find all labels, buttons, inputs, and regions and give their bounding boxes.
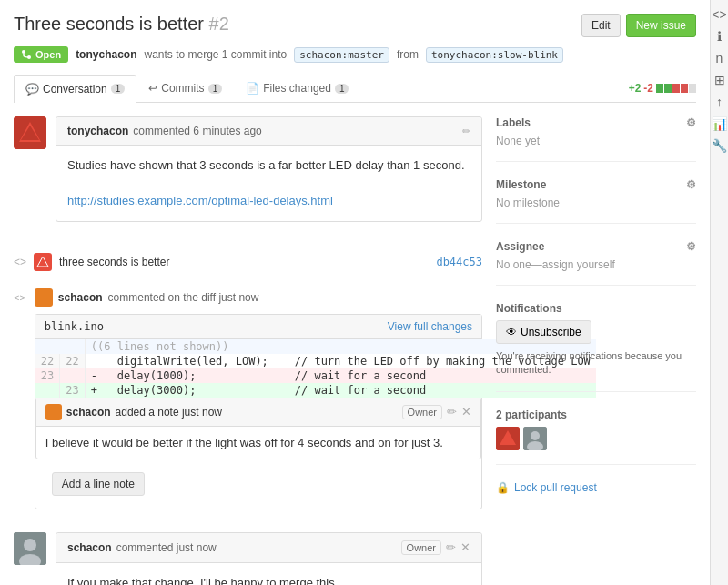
bottom-comment-body: If you make that change, I'll be happy t…: [56, 563, 481, 586]
timeline-item-diff-comment: <> schacon commented on the diff just no…: [14, 288, 482, 519]
files-count: 1: [335, 84, 349, 94]
nav-up-icon[interactable]: ↑: [716, 95, 723, 109]
diff-filename: blink.ino: [45, 320, 104, 333]
milestone-title: Milestone: [496, 178, 546, 191]
tab-commits[interactable]: ↩ Commits 1: [136, 74, 234, 102]
pr-header: Three seconds is better #2 Edit New issu…: [14, 14, 696, 37]
comment-link-1[interactable]: http://studies.example.com/optimal-led-d…: [67, 194, 333, 207]
inline-note-delete-icon[interactable]: ✕: [461, 405, 471, 419]
diff-block-green-2: [664, 84, 672, 93]
participants-title: 2 participants: [496, 408, 567, 421]
timeline-item-bottom-comment: schacon commented just now Owner ✏ ✕ If …: [14, 532, 482, 586]
assignee-gear-icon[interactable]: ⚙: [686, 240, 696, 253]
nav-person-icon[interactable]: n: [716, 51, 723, 66]
git-merge-icon: [21, 49, 32, 60]
commit-item: <> three seconds is better db44c53: [14, 249, 482, 275]
labels-value: None yet: [496, 135, 696, 147]
schacon-avatar-small: [35, 288, 53, 307]
nav-tools-icon[interactable]: 🔧: [712, 138, 727, 153]
labels-gear-icon[interactable]: ⚙: [686, 116, 696, 129]
notifications-text: You're receiving notifications because y…: [496, 349, 696, 378]
bottom-comment-delete-icon[interactable]: ✕: [460, 540, 470, 554]
inline-note-author: schacon: [66, 406, 111, 419]
diff-icon: <>: [14, 256, 26, 268]
avatar-tonychacon: [14, 116, 46, 149]
nav-code-icon[interactable]: <>: [712, 7, 726, 22]
inline-note-body: I believe it would be better if the ligh…: [36, 427, 480, 459]
comment-author-1: tonychacon: [67, 125, 128, 137]
files-icon: 📄: [246, 82, 259, 95]
add-line-note-button[interactable]: Add a line note: [52, 472, 145, 496]
from-text: from: [397, 48, 419, 61]
content-layout: tonychacon commented 6 minutes ago ✏ Stu…: [14, 116, 696, 585]
inline-note-avatar: [46, 404, 62, 420]
comment-header-1: tonychacon commented 6 minutes ago ✏: [56, 117, 481, 146]
edit-button[interactable]: Edit: [581, 14, 621, 37]
diff-block-green-1: [656, 84, 663, 93]
diff-brackets-icon: <>: [14, 288, 25, 303]
schacon-photo-avatar: [14, 532, 46, 565]
lock-icon: 🔒: [496, 481, 510, 494]
commit-author-avatar: [34, 253, 52, 271]
commits-icon: ↩: [148, 82, 157, 95]
bottom-comment-owner-badge: Owner: [401, 540, 441, 555]
unsubscribe-button[interactable]: 👁 Unsubscribe: [496, 320, 592, 344]
participants-row: [496, 427, 696, 450]
participant-avatar-schacon[interactable]: [523, 427, 547, 450]
svg-point-8: [24, 539, 36, 551]
participant-avatar-tonychacon[interactable]: [496, 427, 520, 450]
assignee-section: Assignee ⚙ No one—assign yourself: [496, 240, 696, 286]
diff-block-red-2: [681, 84, 688, 93]
comment-body-1: Studies have shown that 3 seconds is a f…: [56, 146, 481, 221]
commits-count: 1: [208, 84, 223, 94]
pr-author: tonychacon: [76, 48, 136, 61]
commit-message: three seconds is better: [59, 256, 169, 268]
nav-grid-icon[interactable]: ⊞: [714, 73, 725, 87]
comment-time-1: commented 6 minutes ago: [133, 125, 261, 137]
pr-header-actions: Edit New issue: [581, 14, 696, 37]
inline-note-action: added a note just now: [116, 406, 222, 419]
comment-header-bottom: schacon commented just now Owner ✏ ✕: [56, 533, 481, 563]
pr-sidebar: Labels ⚙ None yet Milestone ⚙ No milesto…: [496, 116, 696, 585]
labels-section: Labels ⚙ None yet: [496, 116, 696, 162]
commit-sha[interactable]: db44c53: [436, 256, 482, 268]
diff-bar: [656, 84, 696, 93]
inline-note-edit-icon[interactable]: ✏: [447, 405, 457, 419]
participants-section: 2 participants: [496, 408, 696, 465]
pr-status-badge: Open: [14, 46, 68, 63]
assignee-value[interactable]: No one—assign yourself: [496, 258, 696, 271]
tab-conversation[interactable]: 💬 Conversation 1: [14, 75, 136, 103]
notifications-section: Notifications 👁 Unsubscribe You're recei…: [496, 302, 696, 392]
right-github-nav: <> ℹ n ⊞ ↑ 📊 🔧: [710, 0, 728, 585]
lock-pr-link[interactable]: 🔒 Lock pull request: [496, 481, 696, 494]
conversation-icon: 💬: [25, 83, 39, 96]
pr-title: Three seconds is better #2: [14, 14, 229, 35]
assignee-title: Assignee: [496, 240, 544, 253]
diff-block-red-1: [672, 84, 680, 93]
comment-edit-icon-1[interactable]: ✏: [462, 126, 470, 137]
bottom-comment-edit-icon[interactable]: ✏: [446, 540, 456, 554]
nav-info-icon[interactable]: ℹ: [717, 29, 722, 44]
milestone-gear-icon[interactable]: ⚙: [686, 178, 696, 191]
notifications-title: Notifications: [496, 302, 562, 315]
tab-files-changed[interactable]: 📄 Files changed 1: [234, 74, 360, 102]
inline-note-owner-badge: Owner: [402, 405, 442, 419]
view-full-changes-link[interactable]: View full changes: [388, 320, 472, 333]
comment-box-bottom: schacon commented just now Owner ✏ ✕ If …: [56, 532, 482, 586]
base-branch[interactable]: schacon:master: [294, 47, 389, 63]
new-issue-button[interactable]: New issue: [626, 14, 696, 37]
timeline-item-comment1: tonychacon commented 6 minutes ago ✏ Stu…: [14, 116, 482, 236]
milestone-value: No milestone: [496, 197, 696, 209]
timeline: tonychacon commented 6 minutes ago ✏ Stu…: [14, 116, 482, 585]
milestone-section: Milestone ⚙ No milestone: [496, 178, 696, 224]
diff-file-box: blink.ino View full changes ((6 lines no…: [35, 314, 482, 509]
diff-stats: +2 -2: [629, 82, 696, 95]
conversation-count: 1: [111, 84, 126, 94]
pr-tabs: 💬 Conversation 1 ↩ Commits 1 📄 Files cha…: [14, 74, 696, 103]
diff-file-header: blink.ino View full changes: [35, 315, 481, 339]
diff-comment-header: schacon commented on the diff just now: [35, 288, 482, 307]
head-branch[interactable]: tonychacon:slow-blink: [426, 47, 563, 63]
nav-chart-icon[interactable]: 📊: [712, 116, 727, 131]
diff-comment-wrapper: schacon commented on the diff just now b…: [35, 288, 482, 519]
lock-section: 🔒 Lock pull request: [496, 481, 696, 508]
